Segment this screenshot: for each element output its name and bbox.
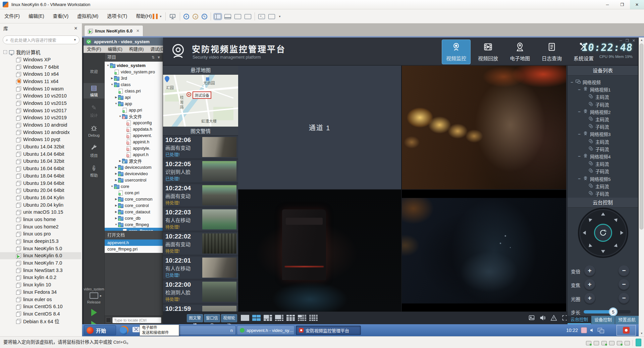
vm-list-item[interactable]: Windows 10 android: [0, 121, 81, 129]
chevron-down-icon[interactable]: ▼: [118, 115, 122, 118]
vm-list-item[interactable]: Ubuntu 14.04 32bit: [0, 143, 81, 150]
mode-Debug[interactable]: Debug: [84, 123, 104, 139]
scroll-down-icon[interactable]: ▼: [639, 331, 644, 336]
step-slider[interactable]: 5: [584, 310, 631, 314]
snapshot-manager-icon[interactable]: ✎: [202, 14, 207, 19]
layout-4-icon[interactable]: [252, 315, 261, 321]
ptz-tab-预置巡航[interactable]: 预置巡航: [615, 316, 639, 324]
device-stream-item[interactable]: 主码流: [570, 116, 638, 123]
mode-编辑[interactable]: ▤编辑: [84, 83, 104, 98]
show-library-icon[interactable]: [214, 14, 221, 19]
chevron-right-icon[interactable]: ▶: [114, 210, 118, 213]
vm-list-item[interactable]: linux kylin 4.0.2: [0, 274, 81, 281]
plus-button[interactable]: +: [584, 265, 595, 277]
vm-list-item[interactable]: Windows 10 pyqt: [0, 136, 81, 143]
collapse-icon[interactable]: −: [578, 176, 581, 181]
scroll-up-icon[interactable]: ▲: [639, 38, 644, 43]
device-camera-item[interactable]: −网络视频3: [570, 130, 638, 138]
menu-虚拟机(M)[interactable]: 虚拟机(M): [73, 9, 103, 23]
collapse-icon[interactable]: −: [578, 154, 581, 159]
layout-6-icon[interactable]: [264, 315, 272, 321]
project-tree-item[interactable]: ▶Qtdevicecustom: [105, 164, 163, 170]
guest-scrollbar[interactable]: ▲ ▼: [639, 38, 644, 336]
layout-9-icon[interactable]: [286, 315, 295, 321]
nav-电子地图[interactable]: 电子地图: [505, 40, 534, 64]
mode-项目[interactable]: 项目: [84, 143, 104, 159]
alert-thumbnail[interactable]: [202, 161, 236, 181]
collapse-icon[interactable]: −: [3, 50, 7, 54]
vm-list-item[interactable]: linux uos home: [0, 216, 81, 223]
mail-icon[interactable]: [132, 327, 140, 332]
project-tree-item[interactable]: Qtvideo_system.pro: [105, 69, 163, 75]
chevron-right-icon[interactable]: ▶: [110, 77, 114, 80]
project-tree-item[interactable]: ▶Qtcore_common: [105, 196, 163, 202]
project-tree-item[interactable]: ▼Qtcore_ffmpeg: [105, 221, 163, 228]
search-dropdown-icon[interactable]: ▼: [73, 38, 76, 42]
project-tree-item[interactable]: ▼Qtapp: [105, 100, 163, 107]
device-root-item[interactable]: −网络视频: [570, 78, 638, 86]
ptz-arrow-135[interactable]: [614, 243, 619, 249]
device-stream-item[interactable]: 主码流: [570, 138, 638, 145]
alert-thumbnail[interactable]: [202, 185, 236, 205]
vm-list-item[interactable]: linux NeoKylin 5.0: [0, 245, 81, 252]
kit-selector-icon[interactable]: [90, 292, 98, 299]
device-stream-item[interactable]: 子码流: [570, 190, 638, 197]
filter-icon[interactable]: ▼: [157, 53, 161, 62]
ptz-arrow-0[interactable]: [601, 213, 605, 216]
vm-list-item[interactable]: Ubuntu 20.04 kylin: [0, 201, 81, 209]
project-tree-item[interactable]: ▶Qtdevicevideo: [105, 170, 163, 177]
project-tree-item[interactable]: Qtapp.pri: [105, 107, 163, 113]
device-stream-item[interactable]: 主码流: [570, 93, 638, 100]
project-tree-item[interactable]: ▼h头文件: [105, 113, 163, 120]
chevron-down-icon[interactable]: ▼: [114, 223, 118, 226]
ptz-arrow-180[interactable]: [601, 250, 605, 253]
virtual-console-icon[interactable]: >_: [258, 14, 265, 19]
vm-list-item[interactable]: Windows XP: [0, 56, 81, 63]
toolbar-视频轮询[interactable]: 视频轮询: [221, 314, 237, 322]
console-view-icon[interactable]: [234, 14, 241, 19]
collapse-icon[interactable]: −: [578, 132, 581, 137]
network-tray-icon[interactable]: [598, 327, 604, 333]
video-channel-2[interactable]: [402, 66, 566, 189]
qt-menu-编辑(E)[interactable]: 编辑(E): [105, 46, 126, 53]
project-tree-item[interactable]: happevent.: [105, 132, 163, 139]
library-search-input[interactable]: ⌕ 在此处键入内容进行搜索 ▼: [3, 36, 79, 44]
alert-item[interactable]: 10:22:00检测到人脸待处理!: [163, 281, 238, 303]
open-document-item[interactable]: appevent.h: [105, 239, 163, 246]
alert-thumbnail[interactable]: [202, 209, 236, 229]
project-tree-item[interactable]: ▶Qtapi: [105, 94, 163, 100]
vm-list-item[interactable]: Windows 10 androidx: [0, 129, 81, 136]
unity-view-icon[interactable]: [245, 14, 251, 19]
project-tree-item[interactable]: happstyle.: [105, 145, 163, 151]
nav-视频监控[interactable]: 视频监控: [442, 40, 471, 64]
plus-button[interactable]: +: [584, 293, 595, 304]
layout-1-icon[interactable]: [241, 315, 249, 321]
toolbar-图文警情[interactable]: 图文警情: [187, 314, 203, 322]
alert-item[interactable]: 10:22:02画面有变动待处理!: [163, 232, 238, 255]
alert-thumbnail[interactable]: [202, 137, 236, 157]
nav-视频回放[interactable]: 视频回放: [474, 40, 502, 64]
vm-list-item[interactable]: Ubuntu 16.04 64bit: [0, 165, 81, 172]
alert-item[interactable]: 10:22:05识别到人脸已处理!: [163, 160, 238, 182]
project-tree-item[interactable]: happurl.h: [105, 151, 163, 158]
message-log-indicator[interactable]: [636, 339, 641, 346]
sound-device-icon[interactable]: [617, 341, 622, 345]
floating-map[interactable]: 汇园 光启园 桂箐路 虹漕大楼 测试设备: [163, 75, 238, 127]
vm-list-item[interactable]: linux uos home2: [0, 223, 81, 230]
map-device-marker[interactable]: 测试设备: [193, 91, 211, 99]
chevron-right-icon[interactable]: ▶: [114, 217, 118, 220]
vm-list-item[interactable]: Windows 10 wasm: [0, 85, 81, 92]
menu-选项卡(T)[interactable]: 选项卡(T): [103, 9, 131, 23]
device-stream-item[interactable]: 子码流: [570, 123, 638, 130]
minus-button[interactable]: −: [618, 279, 630, 290]
project-tree-item[interactable]: Qtcore_ffmpeg.: [105, 228, 163, 231]
vm-list-item[interactable]: Ubuntu 20.04 64bit: [0, 187, 81, 194]
project-tree-item[interactable]: happconfig: [105, 120, 163, 126]
vm-list-item[interactable]: linux Fedora 34: [0, 288, 81, 296]
collapse-icon[interactable]: −: [578, 109, 581, 114]
collapse-icon[interactable]: −: [578, 87, 581, 92]
show-thumbnail-bar-icon[interactable]: [224, 14, 231, 19]
minimize-button[interactable]: ─: [600, 0, 614, 9]
printer-device-icon[interactable]: [609, 341, 614, 345]
vm-list-item[interactable]: Ubuntu 16.04 32bit: [0, 158, 81, 165]
